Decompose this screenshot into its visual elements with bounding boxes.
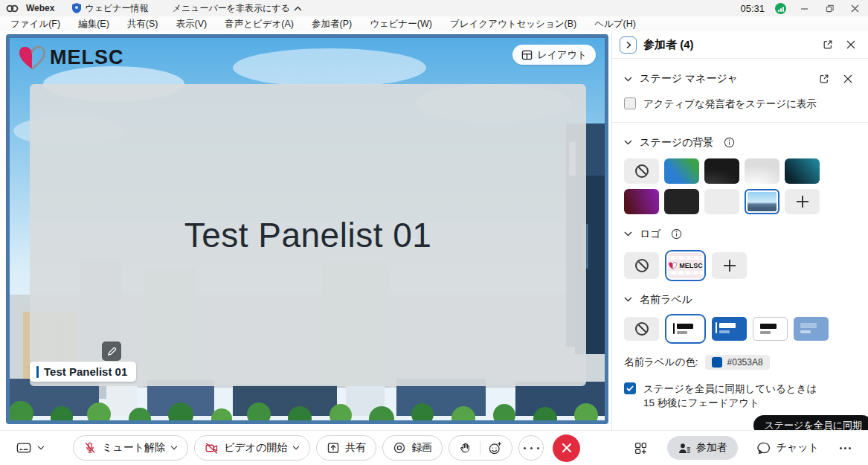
check-icon bbox=[626, 385, 634, 391]
pencil-icon bbox=[107, 347, 117, 356]
camera-off-icon bbox=[205, 442, 219, 455]
start-video-button[interactable]: ビデオの開始 bbox=[194, 435, 310, 461]
collapse-panel-button[interactable] bbox=[620, 36, 637, 54]
chevron-down-icon[interactable] bbox=[624, 140, 632, 145]
chevron-down-icon[interactable] bbox=[624, 297, 632, 302]
sync-fadeout-checkbox-row: ステージを全員に同期しているときは 15 秒後にフェードアウト bbox=[624, 382, 856, 411]
close-icon bbox=[562, 443, 572, 453]
name-label-none-swatch[interactable] bbox=[624, 317, 659, 341]
layout-grid-icon bbox=[521, 50, 533, 60]
hide-menubar-button[interactable]: メニューバーを非表示にする bbox=[173, 2, 302, 15]
participants-toggle-button[interactable]: 参加者 bbox=[667, 436, 738, 460]
share-button[interactable]: 共有 bbox=[316, 435, 376, 461]
logo-add-button[interactable] bbox=[712, 252, 747, 279]
info-icon[interactable] bbox=[669, 226, 685, 243]
more-options-button[interactable] bbox=[518, 435, 544, 461]
close-icon bbox=[846, 40, 855, 49]
chevron-down-icon[interactable] bbox=[624, 231, 632, 237]
chevron-down-icon bbox=[170, 446, 178, 450]
background-swatch-white-wave[interactable] bbox=[745, 158, 779, 184]
panel-title: 参加者 (4) bbox=[643, 38, 694, 52]
menu-breakout[interactable]: ブレイクアウトセッション(B) bbox=[450, 18, 576, 31]
webex-window: Webex ウェビナー情報 メニューバーを非表示にする 05:31 ファイル(F… bbox=[0, 0, 868, 465]
logo-melsc-swatch-selected[interactable]: MELSC bbox=[665, 250, 706, 281]
chat-toggle-button[interactable]: チャット bbox=[757, 441, 819, 455]
popout-panel-button[interactable] bbox=[820, 36, 836, 53]
color-swatch bbox=[712, 357, 722, 368]
stage-logo-text: MELSC bbox=[50, 46, 124, 69]
close-icon bbox=[843, 74, 852, 83]
background-swatch-grid bbox=[624, 158, 856, 214]
active-speaker-checkbox[interactable] bbox=[624, 97, 636, 109]
menu-edit[interactable]: 編集(E) bbox=[78, 18, 109, 31]
close-panel-button[interactable] bbox=[843, 36, 859, 53]
share-screen-icon bbox=[327, 441, 340, 455]
webex-logo-icon bbox=[6, 4, 19, 13]
background-swatch-black-wave[interactable] bbox=[704, 158, 739, 184]
layout-button[interactable]: レイアウト bbox=[512, 45, 596, 65]
titlebar: Webex ウェビナー情報 メニューバーを非表示にする 05:31 bbox=[0, 0, 868, 16]
closed-captions-icon bbox=[16, 442, 31, 454]
logo-header: ロゴ bbox=[624, 226, 856, 243]
connection-quality-icon[interactable] bbox=[775, 3, 786, 14]
leave-meeting-button[interactable] bbox=[553, 434, 580, 462]
name-label-color-picker[interactable]: #0353A8 bbox=[705, 355, 770, 370]
plus-icon bbox=[724, 260, 736, 272]
background-swatch-blue-green[interactable] bbox=[664, 158, 699, 184]
logo-none-swatch[interactable] bbox=[624, 252, 659, 279]
menu-file[interactable]: ファイル(F) bbox=[10, 18, 60, 31]
background-none-swatch[interactable] bbox=[624, 158, 659, 184]
menu-participants[interactable]: 参加者(P) bbox=[312, 18, 352, 31]
raise-hand-icon[interactable] bbox=[459, 441, 472, 455]
menu-help[interactable]: ヘルプ(H) bbox=[594, 18, 636, 31]
close-stage-manager-button[interactable] bbox=[840, 71, 856, 87]
name-label-style-3[interactable] bbox=[753, 317, 788, 341]
captions-control[interactable] bbox=[16, 442, 45, 454]
background-swatch-city-selected[interactable] bbox=[745, 189, 779, 214]
background-add-button[interactable] bbox=[785, 189, 820, 214]
menu-webinar[interactable]: ウェビナー(W) bbox=[370, 18, 432, 31]
restore-button[interactable] bbox=[822, 1, 837, 15]
name-label-style-2[interactable] bbox=[712, 317, 747, 341]
chevron-right-icon bbox=[626, 41, 631, 49]
info-icon[interactable] bbox=[721, 135, 737, 151]
minimize-button[interactable] bbox=[797, 1, 811, 15]
stage: Test Panelist 01 MELSC レイアウト bbox=[6, 34, 608, 424]
background-swatch-teal[interactable] bbox=[785, 158, 820, 184]
unmute-button[interactable]: ミュート解除 bbox=[73, 435, 188, 461]
background-swatch-charcoal[interactable] bbox=[664, 189, 699, 214]
background-swatch-light-gray[interactable] bbox=[704, 189, 739, 214]
close-window-button[interactable] bbox=[847, 1, 862, 15]
name-label-style-1-selected[interactable] bbox=[665, 314, 706, 344]
stage-logo: MELSC bbox=[17, 44, 124, 71]
sync-fadeout-checkbox[interactable] bbox=[624, 382, 636, 394]
divider bbox=[480, 441, 480, 455]
name-label-color-row: 名前ラベルの色: #0353A8 bbox=[624, 355, 856, 370]
plus-icon bbox=[797, 196, 808, 208]
name-label-accent-bar bbox=[36, 366, 39, 378]
none-icon bbox=[635, 322, 649, 336]
active-speaker-checkbox-row: アクティブな発言者をステージに表示 bbox=[624, 97, 856, 112]
logo-options-row: MELSC bbox=[624, 250, 856, 281]
app-brand: Webex bbox=[26, 3, 54, 13]
chevron-down-icon[interactable] bbox=[624, 77, 632, 82]
menu-view[interactable]: 表示(V) bbox=[176, 18, 207, 31]
chevron-down-icon bbox=[37, 446, 45, 450]
menu-share[interactable]: 共有(S) bbox=[127, 18, 158, 31]
shield-icon bbox=[72, 3, 81, 13]
popout-stage-manager-button[interactable] bbox=[816, 71, 832, 87]
reactions-emoji-icon[interactable] bbox=[488, 441, 502, 455]
mic-muted-icon bbox=[83, 441, 97, 455]
edit-name-label-button[interactable] bbox=[102, 341, 121, 361]
record-button[interactable]: 録画 bbox=[382, 435, 443, 461]
panel-header: 参加者 (4) bbox=[612, 31, 868, 59]
menu-audio-video[interactable]: 音声とビデオ(A) bbox=[225, 18, 294, 31]
participant-display-name: Test Panelist 01 bbox=[184, 215, 432, 255]
more-panels-button[interactable] bbox=[838, 447, 852, 449]
webinar-info-button[interactable]: ウェビナー情報 bbox=[72, 2, 148, 15]
background-swatch-maroon-purple[interactable] bbox=[624, 189, 659, 214]
record-icon bbox=[393, 441, 406, 455]
name-label-style-4[interactable] bbox=[794, 317, 829, 341]
stage-name-label: Test Panelist 01 bbox=[30, 362, 136, 382]
apps-panel-icon[interactable] bbox=[634, 441, 648, 455]
